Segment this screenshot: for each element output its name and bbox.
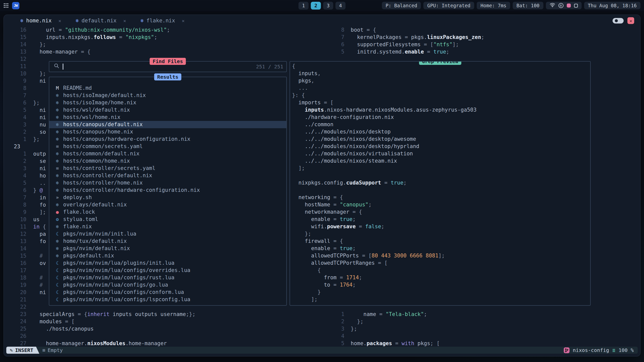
result-item[interactable]: ☾pkgs/nvim/nvim/lua/configs/overrides.lu… bbox=[49, 267, 286, 274]
code-text: .. bbox=[33, 179, 46, 187]
line-number: 13 bbox=[4, 238, 26, 245]
result-item[interactable]: ❄pkgs/default.nix bbox=[49, 252, 286, 259]
result-label: pkgs/nvim/default.nix bbox=[63, 245, 130, 252]
line-number: 23 bbox=[4, 143, 26, 150]
code-line: 23 specialArgs = {inherit inputs outputs… bbox=[4, 311, 333, 318]
clock[interactable]: Thu Aug 08, 18:16 bbox=[584, 2, 640, 9]
status-module-bat[interactable]: Bat: 100 bbox=[513, 2, 543, 9]
result-item[interactable]: ☾pkgs/nvim/nvim/init.lua bbox=[49, 230, 286, 238]
preview-popup: Grep Preview { inputs, pkgs, ...}: { imp… bbox=[290, 61, 591, 306]
code-text: supportedFilesystems = ["ntfs"]; bbox=[351, 41, 459, 48]
yaml-file-icon: ≡ bbox=[55, 143, 60, 150]
preview-line bbox=[292, 187, 590, 194]
result-item[interactable]: ☾pkgs/nvim/nvim/lua/configs/go.lua bbox=[49, 281, 286, 289]
result-item[interactable]: ❄hosts/controller/default.nix bbox=[49, 172, 286, 179]
scroll-percent: 100 % bbox=[619, 347, 634, 353]
nix-file-icon: ❄ bbox=[141, 18, 144, 24]
code-line: 15 inputs.nixpkgs.follows = "nixpkgs"; bbox=[4, 34, 333, 41]
md-file-icon: M bbox=[55, 84, 60, 92]
result-item[interactable]: ≡hosts/controller/secrets.yaml bbox=[49, 165, 286, 172]
result-item[interactable]: ❄hosts/wsl/default.nix bbox=[49, 106, 286, 114]
window-close-button[interactable]: ✕ bbox=[627, 17, 634, 24]
result-label: home/tux/default.nix bbox=[63, 238, 127, 245]
result-item[interactable]: ❄hosts/common/default.nix bbox=[49, 150, 286, 157]
result-item[interactable]: ❄home/tux/default.nix bbox=[49, 238, 286, 245]
toggle-pill-button[interactable] bbox=[613, 18, 624, 23]
editor-area: 16 url = "github:nix-community/nixos-wsl… bbox=[4, 26, 640, 347]
result-item[interactable]: ☾pkgs/nvim/nvim/lua/configs/conform.lua bbox=[49, 289, 286, 296]
line-number: 4 bbox=[333, 333, 344, 340]
result-label: hosts/common/home.nix bbox=[63, 157, 130, 165]
result-label: flake.nix bbox=[63, 223, 92, 230]
result-item[interactable]: ❄flake.nix bbox=[49, 223, 286, 230]
wifi-icon[interactable] bbox=[550, 3, 555, 8]
result-item[interactable]: ❄hosts/common/home.nix bbox=[49, 157, 286, 165]
line-number: 3 bbox=[4, 165, 26, 172]
code-text: in bbox=[33, 194, 46, 201]
line-number: 8 bbox=[4, 201, 26, 209]
result-item[interactable]: ❄pkgs/nvim/default.nix bbox=[49, 245, 286, 252]
result-item[interactable]: ❄overlays/default.nix bbox=[49, 201, 286, 208]
launcher-badge[interactable]: JW bbox=[12, 2, 19, 9]
result-item[interactable]: ☾pkgs/nvim/nvim/lua/configs/rust.lua bbox=[49, 274, 286, 281]
result-item[interactable]: ❄hosts/canopus/home.nix bbox=[49, 128, 286, 135]
workspace-3[interactable]: 3 bbox=[323, 2, 333, 10]
code-text: }; bbox=[33, 41, 46, 48]
tab-home.nix[interactable]: ❄home.nix✕ bbox=[20, 18, 61, 24]
code-line: 7 kernelPackages = pkgs.linuxPackages_ze… bbox=[333, 34, 640, 41]
result-label: pkgs/nvim/nvim/lua/configs/go.lua bbox=[63, 281, 168, 289]
line-number: 5 bbox=[333, 340, 344, 347]
code-line: 16 url = "github:nix-community/nixos-wsl… bbox=[4, 26, 333, 34]
tab-default.nix[interactable]: ❄default.nix✕ bbox=[76, 18, 126, 24]
recording-indicator-icon[interactable] bbox=[567, 4, 571, 8]
code-text: }; bbox=[33, 70, 46, 77]
tab-close-icon[interactable]: ✕ bbox=[123, 18, 126, 23]
result-label: pkgs/nvim/nvim/lua/configs/lspconfig.lua bbox=[63, 296, 190, 303]
result-item[interactable]: ☾pkgs/nvim/nvim/lua/plugins/init.lua bbox=[49, 259, 286, 267]
results-title: Results bbox=[154, 73, 181, 80]
result-item[interactable]: MREADME.md bbox=[49, 84, 286, 92]
nix-file-icon: ❄ bbox=[55, 238, 60, 245]
code-text: us bbox=[33, 216, 39, 223]
tab-close-icon[interactable]: ✕ bbox=[58, 18, 61, 23]
lua-file-icon: ☾ bbox=[55, 259, 60, 267]
workspace-2[interactable]: 2 bbox=[311, 2, 321, 10]
result-item[interactable]: ☾pkgs/nvim/nvim/lua/configs/lspconfig.lu… bbox=[49, 296, 286, 303]
result-item[interactable]: ●flake.lock bbox=[49, 208, 286, 216]
code-text: kernelPackages = pkgs.linuxPackages_zen; bbox=[351, 34, 484, 41]
result-item[interactable]: ❄hosts/isoImage/default.nix bbox=[49, 92, 286, 99]
result-item[interactable]: ❄hosts/canopus/default.nix bbox=[49, 121, 286, 128]
terminal-window: ❄home.nix✕❄default.nix✕❄flake.nix✕ ✕ 16 … bbox=[4, 15, 640, 356]
result-item[interactable]: ⚙stylua.toml bbox=[49, 216, 286, 223]
preview-line: ./hardware-configuration.nix bbox=[292, 114, 590, 121]
app-launcher-icon[interactable] bbox=[4, 3, 9, 8]
result-item[interactable]: ❄hosts/wsl/home.nix bbox=[49, 114, 286, 121]
result-item[interactable]: ❄hosts/isoImage/home.nix bbox=[49, 99, 286, 106]
workspace-1[interactable]: 1 bbox=[299, 2, 309, 10]
tab-close-icon[interactable]: ✕ bbox=[182, 18, 185, 23]
line-number: 26 bbox=[4, 333, 26, 340]
tab-list: ❄home.nix✕❄default.nix✕❄flake.nix✕ bbox=[20, 18, 185, 24]
status-module-home[interactable]: Home: 7ms bbox=[477, 2, 510, 9]
search-icon bbox=[54, 63, 59, 70]
lua-file-icon: ☾ bbox=[55, 274, 60, 281]
code-text: ov bbox=[33, 260, 46, 267]
status-module-gpu[interactable]: GPU: Integrated bbox=[423, 2, 474, 9]
result-label: hosts/controller/home.nix bbox=[63, 179, 143, 187]
result-item[interactable]: ❄hosts/canopus/hardware-configuration.ni… bbox=[49, 135, 286, 143]
line-number: 1 bbox=[4, 150, 26, 158]
result-item[interactable]: ❄hosts/controller/hardware-configuration… bbox=[49, 187, 286, 194]
line-number: 27 bbox=[4, 340, 26, 347]
result-item[interactable]: ≡hosts/common/secrets.yaml bbox=[49, 143, 286, 150]
result-label: hosts/controller/default.nix bbox=[63, 172, 152, 179]
preview-line: } bbox=[292, 289, 590, 296]
nix-file-icon: ❄ bbox=[55, 201, 60, 208]
result-item[interactable]: ❄hosts/controller/home.nix bbox=[49, 179, 286, 187]
status-module-p[interactable]: P: Balanced bbox=[382, 2, 421, 9]
notification-count-badge[interactable]: 0 bbox=[558, 3, 564, 8]
tab-flake.nix[interactable]: ❄flake.nix✕ bbox=[141, 18, 185, 24]
tray-grid-icon[interactable] bbox=[574, 4, 578, 8]
result-item[interactable]: »deploy.sh bbox=[49, 194, 286, 201]
workspace-4[interactable]: 4 bbox=[336, 2, 346, 10]
nix-file-icon: ❄ bbox=[55, 245, 60, 252]
